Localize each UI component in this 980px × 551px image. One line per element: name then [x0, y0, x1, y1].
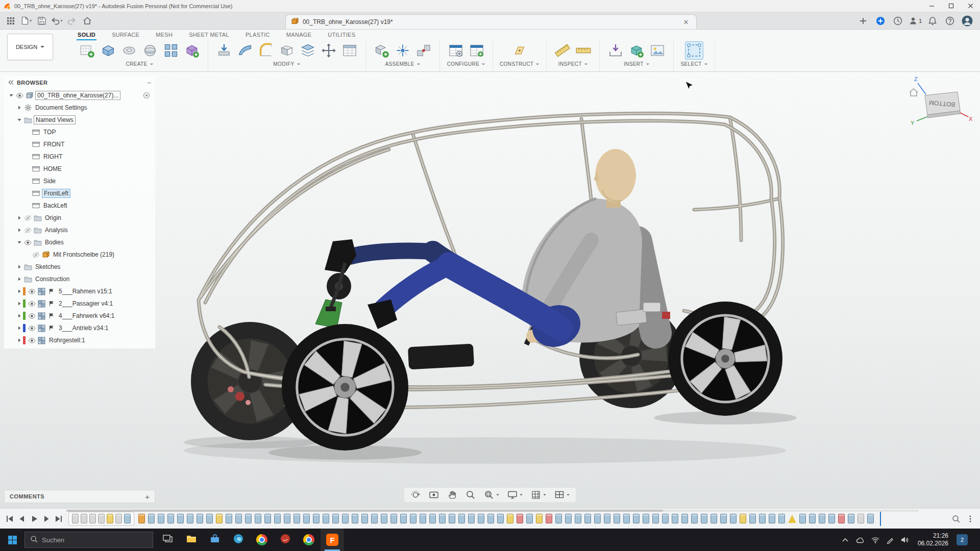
tool-measure-button[interactable] [553, 41, 572, 60]
timeline-feature[interactable] [584, 514, 591, 523]
tray-pen-icon[interactable] [886, 536, 894, 544]
ribbon-group-label[interactable]: ASSEMBLE [385, 61, 420, 67]
timeline-feature[interactable] [546, 514, 552, 523]
browser-row-origin[interactable]: Origin [4, 212, 155, 224]
nav-orbit-button[interactable] [408, 489, 423, 501]
timeline-feature[interactable] [187, 514, 193, 523]
timeline-feature[interactable] [828, 514, 835, 523]
tool-sphere-button[interactable] [141, 41, 159, 60]
timeline-skip-end-button[interactable] [53, 513, 64, 524]
tray-volume-icon[interactable] [900, 536, 910, 544]
timeline-feature[interactable] [614, 514, 620, 523]
comments-panel[interactable]: COMMENTS + [4, 490, 155, 503]
chevron-right-icon[interactable] [15, 289, 23, 294]
activate-radio-icon[interactable] [141, 92, 151, 99]
timeline-feature[interactable] [313, 514, 320, 523]
ribbon-group-label[interactable]: INSERT [624, 61, 650, 67]
timeline-feature[interactable] [555, 514, 562, 523]
timeline-feature[interactable] [691, 514, 698, 523]
browser-row-frontleft[interactable]: FrontLeft [4, 187, 155, 199]
tool-fillet-button[interactable] [257, 41, 275, 60]
browser-label[interactable]: RIGHT [42, 153, 64, 161]
timeline-feature[interactable] [643, 514, 649, 523]
browser-label[interactable]: Mit Frontscheibe (219) [52, 251, 116, 259]
browser-label[interactable]: TOP [42, 128, 57, 136]
timeline-feature[interactable] [594, 514, 601, 523]
minimize-panel-icon[interactable]: − [147, 79, 151, 87]
help-button[interactable] [943, 14, 957, 28]
visibility-eye-icon[interactable] [15, 93, 24, 98]
timeline-feature[interactable] [468, 514, 475, 523]
timeline-feature[interactable] [72, 514, 79, 523]
browser-label[interactable]: Named Views [34, 115, 76, 124]
timeline-feature[interactable] [701, 514, 707, 523]
tool-config-table-button[interactable] [468, 41, 486, 60]
timeline-feature[interactable] [507, 514, 513, 523]
browser-label[interactable]: Sketches [34, 263, 62, 271]
timeline-feature[interactable] [390, 514, 397, 523]
undo-button[interactable]: ▾ [50, 14, 63, 28]
ribbon-tab-utilities[interactable]: UTILITIES [327, 30, 356, 40]
tool-ruler-button[interactable] [574, 41, 593, 60]
workspace-switcher[interactable]: DESIGN [7, 34, 53, 60]
visibility-eye-icon[interactable] [27, 338, 37, 343]
timeline-feature[interactable] [98, 514, 105, 523]
chevron-right-icon[interactable] [15, 105, 23, 110]
browser-label[interactable]: 2___Passagier v4:1 [57, 299, 114, 308]
browser-label[interactable]: Side [42, 177, 57, 185]
app-grid-button[interactable] [4, 14, 17, 28]
timeline-feature[interactable] [245, 514, 252, 523]
browser-row-front[interactable]: FRONT [4, 138, 155, 151]
tool-shell-button[interactable] [278, 41, 296, 60]
tool-insert-derive-button[interactable] [606, 41, 625, 60]
redo-button[interactable] [65, 14, 79, 28]
browser-label[interactable]: Bodies [43, 238, 65, 246]
timeline-feature[interactable] [740, 514, 746, 523]
timeline-feature[interactable] [255, 514, 261, 523]
browser-row-right[interactable]: RIGHT [4, 151, 155, 163]
tool-joint-button[interactable] [414, 41, 433, 60]
timeline-feature[interactable] [361, 514, 368, 523]
home-icon[interactable] [910, 89, 918, 96]
browser-label[interactable]: FrontLeft [42, 189, 70, 198]
tool-insert-mesh-button[interactable] [627, 41, 646, 60]
timeline-feature[interactable] [633, 514, 640, 523]
browser-row-mit-frontscheibe-219[interactable]: Mit Frontscheibe (219) [4, 248, 155, 261]
chevron-right-icon[interactable] [15, 338, 23, 343]
save-button[interactable] [35, 14, 48, 28]
timeline-feature[interactable] [867, 514, 874, 523]
taskbar-app-fusion[interactable]: F [321, 529, 344, 551]
chevron-right-icon[interactable] [15, 277, 23, 282]
timeline-scrollbar[interactable] [66, 510, 919, 512]
timeline-feature[interactable] [662, 514, 669, 523]
timeline-feature[interactable] [293, 514, 300, 523]
browser-row-2-passagier-v4-1[interactable]: 2___Passagier v4:1 [4, 297, 155, 310]
browser-row-analysis[interactable]: Analysis [4, 224, 155, 236]
timeline-feature[interactable] [107, 514, 113, 523]
timeline-feature[interactable] [536, 514, 543, 523]
timeline-feature[interactable] [848, 514, 854, 523]
job-status-button[interactable] [891, 14, 904, 28]
timeline-feature[interactable] [81, 514, 87, 523]
timeline-feature[interactable] [235, 514, 242, 523]
timeline-feature[interactable] [371, 514, 378, 523]
timeline-play-button[interactable] [29, 513, 40, 524]
taskbar-app-edge[interactable] [227, 529, 250, 551]
user-jobs-button[interactable]: 1 [909, 14, 922, 28]
timeline-feature[interactable] [730, 514, 737, 523]
timeline-options-button[interactable] [965, 513, 976, 524]
chevron-down-icon[interactable] [7, 93, 15, 98]
browser-row-4-fahrwerk-v64-1[interactable]: 4___Fahrwerk v64:1 [4, 310, 155, 322]
tool-plane-button[interactable] [510, 41, 529, 60]
document-tab-close-icon[interactable]: ✕ [681, 18, 691, 26]
nav-display-settings-button[interactable] [505, 489, 525, 501]
browser-label[interactable]: FRONT [42, 140, 66, 148]
visibility-eye-off-icon[interactable] [23, 215, 33, 221]
visibility-eye-icon[interactable] [23, 240, 33, 245]
tool-select-button[interactable] [685, 41, 703, 60]
taskbar-app-file-explorer[interactable] [180, 529, 203, 551]
browser-label[interactable]: 4___Fahrwerk v64:1 [57, 312, 116, 320]
visibility-eye-icon[interactable] [27, 325, 37, 331]
tool-box-button[interactable] [99, 41, 117, 60]
tool-stack-button[interactable] [299, 41, 317, 60]
